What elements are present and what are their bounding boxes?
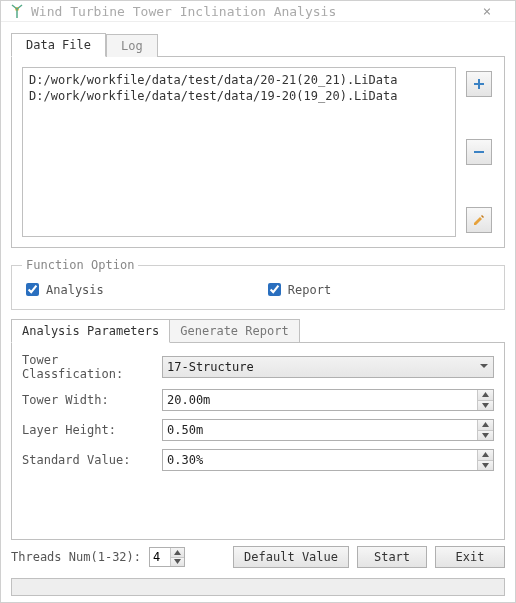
edit-file-button[interactable] [466,207,492,233]
exit-label: Exit [456,550,485,564]
standard-value-input[interactable]: 0.30% [162,449,494,471]
tower-classification-combo[interactable]: 17-Structure [162,356,494,378]
spin-down-button[interactable] [478,431,493,441]
app-icon [9,3,25,19]
remove-file-button[interactable] [466,139,492,165]
start-label: Start [374,550,410,564]
function-option-legend: Function Option [22,258,138,272]
analysis-parameters-page: Tower Classfication: 17-Structure Tower … [11,342,505,540]
file-list[interactable]: D:/work/workfile/data/test/data/20-21(20… [22,67,456,237]
list-item[interactable]: D:/work/workfile/data/test/data/19-20(19… [29,88,449,104]
default-value-label: Default Value [244,550,338,564]
svg-rect-4 [474,151,484,153]
tab-log[interactable]: Log [106,34,158,57]
add-file-button[interactable] [466,71,492,97]
svg-line-3 [17,5,22,9]
data-file-page: D:/work/workfile/data/test/data/20-21(20… [11,56,505,248]
wind-turbine-dialog: Wind Turbine Tower Inclination Analysis … [0,0,516,603]
bottom-bar: Threads Num(1-32): 4 Default Value Start… [11,540,505,574]
threads-label: Threads Num(1-32): [11,550,141,564]
client-area: Data File Log D:/work/workfile/data/test… [1,22,515,602]
param-tabs: Analysis Parameters Generate Report [11,318,505,342]
tab-analysis-parameters[interactable]: Analysis Parameters [11,319,170,343]
spin-down-button[interactable] [478,401,493,411]
spin-down-button[interactable] [478,461,493,471]
list-item[interactable]: D:/work/workfile/data/test/data/20-21(20… [29,72,449,88]
pencil-icon [472,213,486,227]
window-title: Wind Turbine Tower Inclination Analysis [31,4,467,19]
analysis-label-text: Analysis [46,283,104,297]
tower-width-label: Tower Width: [22,393,162,407]
minus-icon [472,145,486,159]
report-checkbox[interactable] [268,283,281,296]
threads-input[interactable]: 4 [149,547,185,567]
spin-down-button[interactable] [171,558,184,567]
tower-classification-value: 17-Structure [167,360,254,374]
main-tabs: Data File Log [11,32,505,56]
tab-log-label: Log [121,39,143,53]
plus-icon [472,77,486,91]
threads-value: 4 [153,550,160,564]
spin-up-button[interactable] [478,390,493,401]
analysis-checkbox-label[interactable]: Analysis [22,280,104,299]
tab-generate-report-label: Generate Report [180,324,288,338]
report-label-text: Report [288,283,331,297]
report-checkbox-label[interactable]: Report [264,280,331,299]
chevron-down-icon [479,360,489,374]
function-option-group: Function Option Analysis Report [11,258,505,310]
layer-height-label: Layer Height: [22,423,162,437]
tab-data-file[interactable]: Data File [11,33,106,57]
spin-up-button[interactable] [171,548,184,558]
tower-width-value: 20.00m [167,393,210,407]
standard-value-value: 0.30% [167,453,203,467]
tower-classification-label: Tower Classfication: [22,353,162,381]
tab-analysis-parameters-label: Analysis Parameters [22,324,159,338]
close-button[interactable]: × [467,3,507,19]
spin-up-button[interactable] [478,450,493,461]
titlebar: Wind Turbine Tower Inclination Analysis … [1,1,515,22]
default-value-button[interactable]: Default Value [233,546,349,568]
exit-button[interactable]: Exit [435,546,505,568]
spin-up-button[interactable] [478,420,493,431]
progress-bar [11,578,505,596]
tab-data-file-label: Data File [26,38,91,52]
standard-value-label: Standard Value: [22,453,162,467]
start-button[interactable]: Start [357,546,427,568]
tower-width-input[interactable]: 20.00m [162,389,494,411]
tab-generate-report[interactable]: Generate Report [170,319,299,343]
layer-height-input[interactable]: 0.50m [162,419,494,441]
layer-height-value: 0.50m [167,423,203,437]
analysis-checkbox[interactable] [26,283,39,296]
file-buttons [464,67,494,237]
svg-line-2 [12,5,17,9]
